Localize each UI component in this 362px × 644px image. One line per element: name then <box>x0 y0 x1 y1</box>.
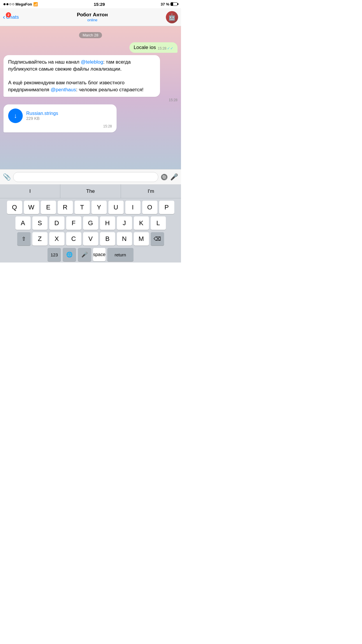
sticker-icon[interactable]: 🔘 <box>161 174 168 181</box>
bubble-out-1: Locale ios 15:28 ✓✓ <box>129 42 178 53</box>
status-time: 15:29 <box>94 2 105 7</box>
key-B[interactable]: B <box>100 232 115 246</box>
key-space[interactable]: space <box>93 248 106 261</box>
microphone-icon[interactable]: 🎤 <box>170 173 178 181</box>
key-return[interactable]: return <box>107 248 133 261</box>
message-time-in-1: 15:28 <box>3 98 178 102</box>
dot-1 <box>3 3 6 5</box>
key-L[interactable]: L <box>151 216 166 230</box>
file-info: Russian.strings 229 KB <box>26 111 58 121</box>
bubble-in-1: Подписывайтесь на наш канал @teleblog: т… <box>3 55 160 97</box>
key-shift[interactable]: ⇧ <box>17 232 31 246</box>
link-teleblog[interactable]: @teleblog <box>81 59 103 65</box>
battery-label: 37 % <box>161 2 169 6</box>
key-M[interactable]: M <box>134 232 149 246</box>
key-R[interactable]: R <box>58 201 73 214</box>
message-input[interactable] <box>13 172 158 182</box>
key-J[interactable]: J <box>117 216 132 230</box>
dot-2 <box>6 3 8 5</box>
back-button[interactable]: 2 ‹ Chats <box>3 14 19 20</box>
key-backspace[interactable]: ⌫ <box>151 232 164 246</box>
message-text-out-1: Locale ios <box>133 45 156 50</box>
key-globe[interactable]: 🌐 <box>63 248 76 261</box>
key-X[interactable]: X <box>49 232 64 246</box>
download-icon[interactable]: ↓ <box>8 108 23 123</box>
key-U[interactable]: U <box>108 201 124 214</box>
link-penthaus[interactable]: @penthaus <box>51 87 76 92</box>
key-C[interactable]: C <box>66 232 81 246</box>
wifi-icon: 📶 <box>33 2 38 6</box>
dot-3 <box>9 3 11 5</box>
message-in-1: Подписывайтесь на наш канал @teleblog: т… <box>3 55 178 102</box>
contact-avatar[interactable]: 🤖 <box>166 11 178 23</box>
key-F[interactable]: F <box>66 216 81 230</box>
back-badge: 2 <box>6 12 11 18</box>
key-E[interactable]: E <box>41 201 56 214</box>
date-separator: March 28 <box>3 32 178 38</box>
messages-list: Locale ios 15:28 ✓✓ Подписывайтесь на на… <box>3 42 178 132</box>
key-O[interactable]: O <box>142 201 157 214</box>
key-A[interactable]: A <box>15 216 31 230</box>
dot-4 <box>12 3 14 5</box>
predictive-item-3[interactable]: I'm <box>121 184 181 198</box>
key-K[interactable]: K <box>134 216 149 230</box>
key-I[interactable]: I <box>125 201 140 214</box>
predictive-bar: I The I'm <box>0 184 181 198</box>
chat-title: Робот Антон <box>77 12 108 18</box>
message-text-in-1: Подписывайтесь на наш канал @teleblog: т… <box>8 59 143 92</box>
status-left: MegaFon 📶 <box>3 2 38 6</box>
message-out-1: Locale ios 15:28 ✓✓ <box>3 42 178 53</box>
predictive-item-2[interactable]: The <box>60 184 121 198</box>
message-time-out-1: 15:28 ✓✓ <box>158 46 173 50</box>
key-mic-keyboard[interactable]: 🎤 <box>78 248 91 261</box>
file-size: 229 KB <box>26 116 58 121</box>
battery-bar <box>171 2 178 6</box>
file-bubble: ↓ Russian.strings 229 KB 15:28 <box>3 104 117 132</box>
input-area: 📎 🔘 🎤 <box>0 169 181 184</box>
signal-dots <box>3 3 14 5</box>
keyboard: Q W E R T Y U I O P A S D F G H J K L ⇧ … <box>0 198 181 262</box>
nav-bar: 2 ‹ Chats Робот Антон online 🤖 <box>0 8 181 26</box>
key-Q[interactable]: Q <box>7 201 22 214</box>
chat-area: March 28 Locale ios 15:28 ✓✓ Подписывайт… <box>0 26 181 169</box>
keyboard-row-3: ⇧ Z X C V B N M ⌫ <box>1 232 180 246</box>
nav-center: Робот Антон online <box>77 12 108 22</box>
key-Z[interactable]: Z <box>32 232 48 246</box>
keyboard-row-4: 123 🌐 🎤 space return <box>1 248 180 261</box>
key-V[interactable]: V <box>83 232 98 246</box>
key-Y[interactable]: Y <box>92 201 107 214</box>
key-D[interactable]: D <box>49 216 64 230</box>
key-G[interactable]: G <box>83 216 98 230</box>
battery-fill <box>171 3 173 6</box>
key-T[interactable]: T <box>75 201 90 214</box>
file-time: 15:28 <box>8 124 112 128</box>
chat-status: online <box>87 18 98 22</box>
read-checkmarks: ✓✓ <box>167 46 173 50</box>
carrier-label: MegaFon <box>15 2 32 6</box>
key-W[interactable]: W <box>24 201 39 214</box>
attachment-icon[interactable]: 📎 <box>3 173 11 181</box>
keyboard-row-2: A S D F G H J K L <box>1 216 180 230</box>
key-N[interactable]: N <box>117 232 132 246</box>
status-right: 37 % <box>161 2 178 6</box>
key-P[interactable]: P <box>159 201 174 214</box>
date-badge: March 28 <box>79 32 102 38</box>
status-bar: MegaFon 📶 15:29 37 % <box>0 0 181 8</box>
predictive-item-1[interactable]: I <box>0 184 60 198</box>
key-H[interactable]: H <box>100 216 115 230</box>
file-name[interactable]: Russian.strings <box>26 111 58 116</box>
chevron-left-icon: ‹ <box>3 14 5 20</box>
keyboard-row-1: Q W E R T Y U I O P <box>1 201 180 214</box>
key-123[interactable]: 123 <box>48 248 61 261</box>
message-in-file: ↓ Russian.strings 229 KB 15:28 <box>3 104 178 132</box>
key-S[interactable]: S <box>32 216 48 230</box>
